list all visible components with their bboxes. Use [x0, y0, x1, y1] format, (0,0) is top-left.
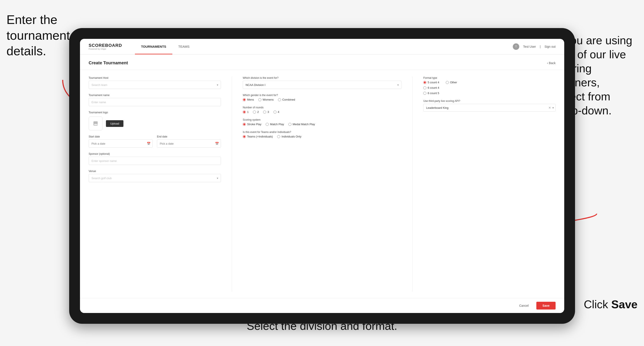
scoring-match-play-radio[interactable] — [266, 123, 269, 126]
format-left-options: 5 count 4 6 count 4 6 count 5 — [423, 81, 439, 95]
rounds-4-radio[interactable] — [274, 111, 276, 114]
format-other-radio[interactable] — [446, 81, 449, 84]
upload-button[interactable]: Upload — [106, 120, 124, 127]
scoring-stroke-play-label: Stroke Play — [247, 123, 261, 126]
user-avatar: T — [513, 43, 519, 50]
gender-combined-radio[interactable] — [278, 98, 281, 101]
format-options: 5 count 4 6 count 4 6 count 5 — [423, 81, 556, 95]
sponsor-label: Sponsor (optional) — [89, 152, 221, 156]
rounds-3-label: 3 — [268, 110, 269, 114]
format-6count5[interactable]: 6 count 5 — [423, 92, 439, 95]
teams-individuals[interactable]: Individuals Only — [277, 135, 301, 138]
live-scoring-input-wrapper: ✕ ▾ — [423, 104, 556, 112]
sign-out-link[interactable]: Sign out — [544, 45, 556, 48]
rounds-1-radio[interactable] — [243, 111, 246, 114]
rounds-1[interactable]: 1 — [243, 110, 248, 114]
annotation-bottom-right: Click Save — [584, 297, 638, 312]
format-6count4-radio[interactable] — [423, 86, 426, 89]
gender-label: Which gender is the event for? — [243, 94, 402, 97]
scoring-stroke-play[interactable]: Stroke Play — [243, 123, 261, 126]
teams-individuals-label: Individuals Only — [282, 135, 301, 138]
nav-tabs: TOURNAMENTS TEAMS — [135, 39, 196, 54]
navbar: SCOREBOARD Powered by Clippi TOURNAMENTS… — [80, 39, 564, 54]
rounds-4[interactable]: 4 — [274, 110, 279, 114]
teams-individuals-radio[interactable] — [277, 135, 280, 138]
sponsor-input[interactable] — [89, 157, 221, 165]
tournament-name-input[interactable] — [89, 98, 221, 106]
rounds-radio-row: 1 2 3 4 — [243, 110, 402, 114]
cancel-button[interactable]: Cancel — [514, 302, 534, 310]
division-select[interactable]: NCAA Division I — [243, 81, 402, 89]
form-footer: Cancel Save — [80, 298, 564, 313]
scoring-medal-match-play[interactable]: Medal Match Play — [288, 123, 315, 126]
format-6count5-label: 6 count 5 — [428, 92, 439, 95]
live-scoring-label: Use third-party live scoring API? — [423, 100, 556, 103]
scoring-radio-row: Stroke Play Match Play Medal Match Play — [243, 123, 402, 126]
teams-teams-radio[interactable] — [243, 135, 246, 138]
form-right-column: Format type 5 count 4 6 count 4 — [423, 76, 556, 292]
start-date-input[interactable] — [89, 140, 152, 148]
tournament-name-group: Tournament name — [89, 94, 221, 106]
scoring-stroke-play-radio[interactable] — [243, 123, 246, 126]
venue-input[interactable] — [89, 174, 221, 182]
live-scoring-controls: ✕ ▾ — [548, 106, 554, 109]
rounds-2-radio[interactable] — [253, 111, 256, 114]
end-date-input[interactable] — [157, 140, 221, 148]
tournament-logo-group: Tournament logo Upload — [89, 111, 221, 130]
division-label: Which division is the event for? — [243, 76, 402, 79]
clear-icon[interactable]: ✕ — [548, 106, 551, 109]
start-date-label: Start date — [89, 135, 152, 138]
rounds-3[interactable]: 3 — [263, 110, 269, 114]
sponsor-group: Sponsor (optional) — [89, 152, 221, 165]
format-6count4[interactable]: 6 count 4 — [423, 86, 439, 89]
gender-womens[interactable]: Womens — [258, 98, 274, 101]
gender-combined[interactable]: Combined — [278, 98, 295, 101]
page-header: Create Tournament ‹ Back — [80, 54, 564, 70]
gender-mens[interactable]: Mens — [243, 98, 254, 101]
rounds-2[interactable]: 2 — [253, 110, 259, 114]
rounds-1-label: 1 — [247, 110, 248, 114]
tab-teams[interactable]: TEAMS — [172, 39, 196, 54]
format-5count4-label: 5 count 4 — [428, 81, 439, 84]
format-5count4-radio[interactable] — [423, 81, 426, 84]
annotation-top-left: Enter the tournament details. — [6, 12, 70, 59]
end-date-label: End date — [157, 135, 221, 138]
chevron-down-icon[interactable]: ▾ — [552, 106, 554, 109]
form-left-column: Tournament Host Tournament name Tourname… — [89, 76, 221, 292]
brand: SCOREBOARD Powered by Clippi — [89, 43, 122, 50]
rounds-group: Number of rounds 1 2 3 — [243, 106, 402, 114]
live-scoring-input[interactable] — [423, 104, 556, 112]
scoring-group: Scoring system Stroke Play Match Play — [243, 118, 402, 126]
form-area: Tournament Host Tournament name Tourname… — [80, 70, 564, 298]
teams-teams[interactable]: Teams (+Individuals) — [243, 135, 273, 138]
venue-label: Venue — [89, 170, 221, 173]
annotation-click-prefix: Click — [584, 298, 611, 311]
gender-mens-radio[interactable] — [243, 98, 246, 101]
logo-placeholder-icon — [89, 117, 102, 130]
tab-tournaments[interactable]: TOURNAMENTS — [135, 39, 172, 54]
format-6count5-radio[interactable] — [423, 92, 426, 95]
scoring-match-play[interactable]: Match Play — [266, 123, 284, 126]
user-name: Test User — [523, 45, 536, 48]
pipe-separator: | — [540, 45, 541, 48]
format-5count4[interactable]: 5 count 4 — [423, 81, 439, 84]
end-date-wrapper — [157, 140, 221, 148]
scoring-medal-match-play-radio[interactable] — [288, 123, 292, 126]
save-button[interactable]: Save — [536, 302, 556, 310]
tournament-host-input[interactable] — [89, 81, 221, 89]
annotation-save-bold: Save — [611, 298, 638, 311]
format-other[interactable]: Other — [446, 81, 457, 84]
venue-group: Venue — [89, 170, 221, 182]
start-date-wrapper — [89, 140, 152, 148]
tournament-host-select-wrapper — [89, 81, 221, 89]
gender-mens-label: Mens — [247, 98, 254, 101]
division-group: Which division is the event for? NCAA Di… — [243, 76, 402, 89]
brand-title: SCOREBOARD — [89, 43, 122, 48]
venue-select-wrapper — [89, 174, 221, 182]
back-button[interactable]: ‹ Back — [547, 61, 556, 65]
left-divider — [232, 76, 232, 292]
end-date-group: End date — [157, 135, 221, 148]
format-type-group: Format type 5 count 4 6 count 4 — [423, 76, 556, 95]
rounds-3-radio[interactable] — [263, 111, 266, 114]
gender-womens-radio[interactable] — [258, 98, 261, 101]
